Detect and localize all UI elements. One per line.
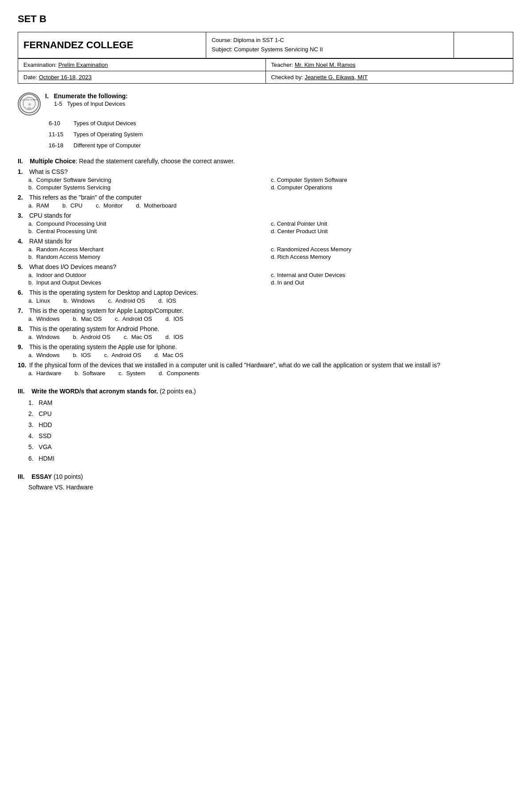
q3-choices: a. Compound Processing Unit c. Central P… xyxy=(28,220,513,235)
exam-value: Prelim Examination xyxy=(58,62,108,68)
enum-item: 11-15 Types of Operating System xyxy=(49,131,513,138)
checked-value: Jeanette G. Eikawa, MIT xyxy=(304,74,367,81)
acronym-item: 5. VGA xyxy=(28,442,513,453)
section-i-first-item: 1-5 Types of Input Devices xyxy=(54,100,128,107)
acronym-item: 2. CPU xyxy=(28,408,513,419)
question-8: 8. This is the operating system for Andr… xyxy=(18,325,513,341)
q5-choices: a. Indoor and Outdoor c. Internal and Ou… xyxy=(28,271,513,286)
q9-text: This is the operating system the Apple u… xyxy=(29,343,177,350)
q9-choices: a. Windows b. IOS c. Android OS d. Mac O… xyxy=(28,351,513,359)
q7-choices: a. Windows b. Mac OS c. Android OS d. IO… xyxy=(28,315,513,323)
acronym-item: 6. HDMI xyxy=(28,453,513,464)
section-ii: II. Multiple Choice: Read the statement … xyxy=(18,158,513,377)
essay-header: III. ESSAY (10 points) xyxy=(18,473,513,480)
enum-item: 6-10 Types of Output Devices xyxy=(49,120,513,127)
acronym-item: 4. SSD xyxy=(28,431,513,442)
set-label: SET B xyxy=(18,13,513,25)
question-10: 10. If the physical form of the devices … xyxy=(18,362,513,377)
essay-topic: Software VS. Hardware xyxy=(28,484,513,491)
q4-text: RAM stands for xyxy=(29,238,72,245)
enum-item: 16-18 Different type of Computer xyxy=(49,142,513,149)
section-iii-acronym: III. Write the WORD/s that acronym stand… xyxy=(18,388,513,464)
acronym-list: 1. RAM 2. CPU 3. HDD 4. SSD 5. VGA 6. HD… xyxy=(28,397,513,464)
enum-items: 6-10 Types of Output Devices 11-15 Types… xyxy=(49,120,513,149)
essay-points: (10 points) xyxy=(54,473,83,480)
question-3: 3. CPU stands for a. Compound Processing… xyxy=(18,212,513,235)
checked-label: Checked by: xyxy=(271,74,305,81)
q2-choices: a. RAM b. CPU c. Monitor d. Motherboard xyxy=(28,202,513,209)
q7-text: This is the operating system for Apple L… xyxy=(29,307,184,314)
meta-table: Examination: Prelim Examination Teacher:… xyxy=(18,58,513,84)
question-2: 2. This refers as the "brain" of the com… xyxy=(18,194,513,209)
question-4: 4. RAM stands for a. Random Access Merch… xyxy=(18,238,513,261)
teacher-value: Mr. Kim Noel M. Ramos xyxy=(295,62,355,68)
course-info: Course: Diploma in SST 1-C Subject: Comp… xyxy=(212,36,448,54)
header-table: FERNANDEZ COLLEGE Course: Diploma in SST… xyxy=(18,32,513,58)
mc-header: II. Multiple Choice: Read the statement … xyxy=(18,158,513,165)
q10-text: If the physical form of the devices that… xyxy=(29,362,513,369)
q5-text: What does I/O Devices means? xyxy=(29,263,116,270)
date-value: October 16-18, 2023 xyxy=(39,74,92,81)
question-5: 5. What does I/O Devices means? a. Indoo… xyxy=(18,263,513,286)
q10-choices: a. Hardware b. Software c. System d. Com… xyxy=(28,369,513,377)
acronym-item: 3. HDD xyxy=(28,419,513,431)
acronym-item: 1. RAM xyxy=(28,397,513,408)
mc-title: Multiple Choice xyxy=(30,158,75,165)
question-9: 9. This is the operating system the Appl… xyxy=(18,343,513,359)
question-1: 1. What is CSS? a. Computer Software Ser… xyxy=(18,168,513,191)
content: COLLEGE OF ARTS ⚖ 1995 I. Enumerate the … xyxy=(18,92,513,491)
question-6: 6. This is the operating system for Desk… xyxy=(18,289,513,304)
q6-text: This is the operating system for Desktop… xyxy=(29,289,198,296)
exam-label: Examination: xyxy=(23,62,58,68)
mc-instruction: : Read the statement carefully, choose t… xyxy=(76,158,235,165)
svg-text:COLLEGE OF ARTS: COLLEGE OF ARTS xyxy=(21,99,37,101)
section-iii-essay: III. ESSAY (10 points) Software VS. Hard… xyxy=(18,473,513,491)
section-i: COLLEGE OF ARTS ⚖ 1995 I. Enumerate the … xyxy=(18,92,513,149)
q4-choices: a. Random Access Merchant c. Randomized … xyxy=(28,246,513,261)
svg-text:1995: 1995 xyxy=(27,107,32,109)
school-logo: COLLEGE OF ARTS ⚖ 1995 xyxy=(18,92,41,115)
school-name: FERNANDEZ COLLEGE xyxy=(23,39,200,51)
q6-choices: a. Linux b. Windows c. Android OS d. IOS xyxy=(28,297,513,304)
question-7: 7. This is the operating system for Appl… xyxy=(18,307,513,323)
q3-text: CPU stands for xyxy=(29,212,71,219)
q2-text: This refers as the "brain" of the comput… xyxy=(29,194,142,201)
date-label: Date: xyxy=(23,74,39,81)
section-iii-header: III. Write the WORD/s that acronym stand… xyxy=(18,388,513,395)
q8-text: This is the operating system for Android… xyxy=(29,325,159,332)
section-ii-label: II. xyxy=(18,158,23,165)
q8-choices: a. Windows b. Android OS c. Mac OS d. IO… xyxy=(28,333,513,341)
essay-title: ESSAY xyxy=(31,473,52,480)
q1-text: What is CSS? xyxy=(29,168,68,175)
svg-text:⚖: ⚖ xyxy=(28,103,31,106)
q1-choices: a. Computer Software Servicing c. Comput… xyxy=(28,176,513,191)
section-i-label: I. xyxy=(45,92,54,100)
section-i-instruction: I. Enumerate the following: xyxy=(45,92,128,100)
teacher-label: Teacher: xyxy=(271,62,295,68)
